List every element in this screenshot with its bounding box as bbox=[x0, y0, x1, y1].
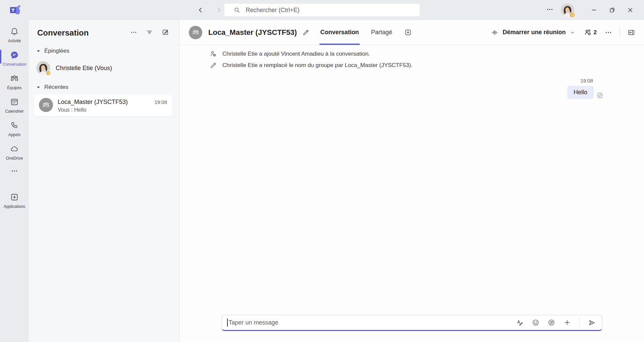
system-message-text: Christelle Etie a remplacé le nom du gro… bbox=[222, 62, 413, 69]
chat-pane: Loca_Master (JYSCTF53) Conversation Part… bbox=[179, 20, 644, 342]
app-rail: Activité Conversation Équipes bbox=[0, 20, 29, 342]
chat-item-preview: Vous : Hello bbox=[58, 107, 167, 113]
rail-item-activity[interactable]: Activité bbox=[0, 23, 29, 47]
person-add-icon bbox=[584, 28, 592, 37]
outgoing-message: 19:08 Hello bbox=[210, 78, 603, 99]
back-button[interactable] bbox=[197, 7, 204, 13]
tab-conversation[interactable]: Conversation bbox=[320, 20, 359, 45]
new-chat-icon[interactable] bbox=[162, 28, 169, 37]
start-meeting-label: Démarrer une réunion bbox=[502, 29, 566, 36]
chat-item-pinned-self[interactable]: Christelle Etie (Vous) bbox=[29, 58, 179, 78]
add-tab-icon[interactable] bbox=[404, 28, 412, 36]
profile-avatar[interactable] bbox=[561, 3, 574, 17]
message-input-placeholder: Taper un message bbox=[229, 319, 516, 326]
rail-item-label: Calendrier bbox=[5, 109, 23, 114]
chat-list-title: Conversation bbox=[37, 28, 130, 38]
chat-icon bbox=[10, 51, 19, 60]
calendar-icon bbox=[10, 98, 19, 107]
message-time: 19:08 bbox=[580, 78, 593, 83]
people-icon bbox=[10, 74, 19, 84]
start-meeting-button[interactable]: Démarrer une réunion bbox=[491, 29, 575, 36]
plus-square-icon bbox=[10, 193, 19, 203]
rail-item-calendar[interactable]: Calendrier bbox=[0, 94, 29, 117]
section-label: Récentes bbox=[44, 84, 68, 91]
restore-button[interactable] bbox=[603, 0, 621, 20]
text-caret bbox=[227, 319, 228, 327]
participants-count: 2 bbox=[594, 29, 597, 36]
search-placeholder: Rechercher (Ctrl+E) bbox=[246, 7, 300, 14]
system-message: Christelle Etie a remplacé le nom du gro… bbox=[210, 62, 603, 69]
group-avatar[interactable] bbox=[189, 26, 202, 39]
message-input[interactable]: Taper un message bbox=[222, 315, 602, 331]
forward-button[interactable] bbox=[215, 7, 222, 13]
chat-item-name: Loca_Master (JYSCTF53) bbox=[58, 99, 154, 106]
open-side-pane-icon[interactable] bbox=[627, 28, 635, 37]
rail-item-calls[interactable]: Appels bbox=[0, 117, 29, 141]
rail-item-label: Appels bbox=[8, 132, 21, 137]
send-icon[interactable] bbox=[588, 319, 596, 327]
presence-away-icon bbox=[569, 12, 575, 18]
attach-plus-icon[interactable] bbox=[564, 319, 571, 326]
chat-more-icon[interactable] bbox=[605, 29, 612, 36]
sent-check-icon bbox=[597, 92, 603, 99]
bell-icon bbox=[10, 27, 19, 37]
emoji-icon[interactable] bbox=[532, 319, 539, 326]
phone-icon bbox=[10, 121, 19, 131]
titlebar-more-icon[interactable] bbox=[546, 6, 553, 14]
chevron-down-icon[interactable] bbox=[570, 30, 575, 35]
filter-icon[interactable] bbox=[146, 29, 153, 37]
search-input[interactable]: Rechercher (Ctrl+E) bbox=[224, 3, 420, 17]
avatar bbox=[36, 61, 50, 75]
title-bar: Rechercher (Ctrl+E) bbox=[0, 0, 644, 20]
section-pinned[interactable]: Épinglées bbox=[29, 42, 179, 58]
chat-item-name: Christelle Etie (Vous) bbox=[56, 65, 112, 72]
section-recent[interactable]: Récentes bbox=[29, 78, 179, 94]
section-label: Épinglées bbox=[44, 48, 69, 54]
chat-item-time: 19:08 bbox=[154, 99, 167, 105]
loop-icon[interactable] bbox=[548, 319, 555, 326]
tab-shared[interactable]: Partagé bbox=[371, 20, 392, 45]
waveform-icon bbox=[491, 29, 498, 36]
rail-item-label: OneDrive bbox=[6, 156, 23, 161]
rail-item-onedrive[interactable]: OneDrive bbox=[0, 141, 29, 164]
message-bubble[interactable]: Hello bbox=[567, 86, 594, 99]
chat-list-pane: Conversation Épinglées bbox=[29, 20, 179, 342]
system-message-text: Christelle Etie a ajouté Vincent Amadieu… bbox=[222, 51, 370, 57]
chevron-down-icon bbox=[37, 49, 40, 53]
minimize-button[interactable] bbox=[585, 0, 603, 20]
search-icon bbox=[234, 7, 240, 13]
rail-item-apps[interactable]: Applications bbox=[0, 189, 29, 213]
group-avatar bbox=[39, 98, 53, 112]
chat-header: Loca_Master (JYSCTF53) Conversation Part… bbox=[179, 20, 644, 45]
tab-label: Conversation bbox=[320, 29, 359, 36]
tab-label: Partagé bbox=[371, 29, 392, 36]
cloud-icon bbox=[10, 145, 19, 154]
rail-item-label: Activité bbox=[8, 39, 21, 43]
message-list: Christelle Etie a ajouté Vincent Amadieu… bbox=[179, 45, 644, 315]
chevron-down-icon bbox=[37, 86, 40, 89]
rail-item-teams[interactable]: Équipes bbox=[0, 70, 29, 94]
participants-button[interactable]: 2 bbox=[584, 28, 597, 37]
divider bbox=[579, 318, 580, 327]
chat-title: Loca_Master (JYSCTF53) bbox=[208, 28, 297, 37]
presence-away-icon bbox=[46, 70, 51, 76]
rail-item-label: Conversation bbox=[3, 62, 26, 67]
system-message: Christelle Etie a ajouté Vincent Amadieu… bbox=[210, 50, 603, 58]
rail-more-icon[interactable] bbox=[0, 164, 29, 178]
rail-item-label: Applications bbox=[4, 204, 25, 209]
rail-item-label: Équipes bbox=[7, 86, 21, 90]
edit-name-icon[interactable] bbox=[302, 29, 310, 36]
divider bbox=[620, 27, 620, 38]
pencil-icon bbox=[210, 62, 217, 69]
compose-area: Taper un message bbox=[179, 315, 644, 342]
close-button[interactable] bbox=[621, 0, 639, 20]
chat-item-selected[interactable]: Loca_Master (JYSCTF53) 19:08 Vous : Hell… bbox=[34, 95, 172, 116]
format-icon[interactable] bbox=[516, 319, 524, 326]
rail-item-chat[interactable]: Conversation bbox=[0, 47, 29, 70]
person-add-icon bbox=[210, 50, 217, 58]
teams-logo-icon bbox=[9, 4, 21, 16]
chatlist-more-icon[interactable] bbox=[130, 29, 137, 37]
